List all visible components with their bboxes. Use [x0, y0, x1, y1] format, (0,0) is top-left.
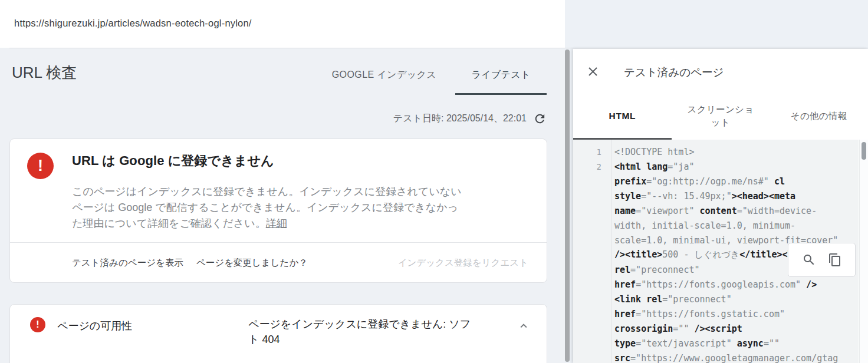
verdict-card: ! URL は Google に登録できません このページはインデックスに登録で…: [9, 138, 547, 283]
verdict-actions: テスト済みのページを表示 ページを変更しましたか？ インデックス登録をリクエスト: [10, 243, 547, 283]
code-row: prefix="og:http://ogp.me/ns#" cl: [573, 174, 859, 189]
code-text: /><title>500 - しぐれづき</title><link: [614, 249, 809, 260]
tab-html[interactable]: HTML: [573, 93, 672, 140]
code-text: type="text/javascript" async="": [614, 338, 780, 349]
code-scrollbar-thumb[interactable]: [862, 142, 866, 160]
code-text: href="https://fonts.googleapis.com" />: [614, 279, 817, 290]
details-link[interactable]: 詳細: [266, 217, 287, 229]
copy-code-button[interactable]: [828, 253, 842, 267]
availability-label: ページの可用性: [57, 319, 132, 333]
code-scrollbar-track: [859, 140, 868, 363]
refresh-icon: [533, 112, 547, 126]
test-meta-row: テスト日時: 2025/05/14、22:01: [393, 112, 547, 126]
tab-live-test[interactable]: ライブテスト: [455, 57, 547, 95]
search-code-button[interactable]: [802, 253, 816, 267]
code-row: style="--vh: 15.49px;"><head><meta: [573, 189, 859, 203]
code-text: prefix="og:http://ogp.me/ns#" cl: [614, 176, 785, 187]
close-icon: [586, 64, 600, 79]
code-text: name="viewport" content="width=device-: [614, 206, 817, 216]
code-text: <link rel="preconnect": [614, 294, 732, 305]
code-row: src="https://www.googletagmanager.com/gt…: [573, 351, 859, 363]
availability-card: ! ページの可用性 ページをインデックスに登録できません: ソフ ト 404: [9, 304, 547, 363]
verdict-line: た理由について詳細をご確認ください。詳細: [72, 216, 462, 232]
code-row: crossorigin="" /><script: [573, 321, 859, 336]
code-row: width, initial-scale=1.0, minimum-: [573, 218, 859, 233]
code-text: width, initial-scale=1.0, minimum-: [614, 220, 795, 231]
code-row: 1<!DOCTYPE html>: [573, 144, 859, 159]
tab-screenshot[interactable]: スクリーンショット: [672, 93, 770, 140]
code-row: 2<html lang="ja": [573, 159, 859, 174]
inspected-url: https://shigurezuki.jp/articles/wadsn-eo…: [14, 18, 252, 29]
left-pane-scrollbar[interactable]: [565, 50, 570, 362]
verdict-description: このページはインデックスに登録できません。インデックスに登録されていない ページ…: [72, 184, 462, 232]
code-text: <html lang="ja": [614, 161, 694, 172]
result-tabs: GOOGLE インデックス ライブテスト: [326, 57, 547, 95]
close-panel-button[interactable]: [586, 64, 600, 79]
error-icon: !: [30, 317, 45, 332]
view-tested-page-button[interactable]: テスト済みのページを表示: [72, 257, 183, 269]
tab-google-index[interactable]: GOOGLE インデックス: [326, 57, 442, 93]
line-number: 2: [573, 162, 611, 171]
code-text: href="https://fonts.gstatic.com": [614, 309, 785, 319]
code-row: <link rel="preconnect": [573, 292, 859, 306]
code-row: name="viewport" content="width=device-: [573, 203, 859, 218]
code-row: href="https://fonts.gstatic.com": [573, 306, 859, 321]
code-row: href="https://fonts.googleapis.com" />: [573, 277, 859, 292]
tab-more-info[interactable]: その他の情報: [770, 93, 868, 140]
error-icon: !: [27, 153, 54, 179]
copy-icon: [828, 253, 842, 267]
code-toolbar: [788, 243, 856, 277]
html-source-viewer: 1<!DOCTYPE html>2<html lang="ja"prefix="…: [573, 140, 859, 363]
verdict-line: このページはインデックスに登録できません。インデックスに登録されていない: [72, 184, 462, 200]
refresh-button[interactable]: [533, 112, 547, 126]
search-icon: [802, 253, 816, 267]
availability-status: ページをインデックスに登録できません: ソフ ト 404: [248, 316, 496, 347]
page-changed-button[interactable]: ページを変更しましたか？: [196, 257, 308, 269]
top-header: https://shigurezuki.jp/articles/wadsn-eo…: [0, 0, 565, 48]
collapse-section-button[interactable]: [517, 319, 530, 332]
code-text: <!DOCTYPE html>: [614, 147, 694, 157]
code-text: style="--vh: 15.49px;"><head><meta: [614, 191, 795, 202]
verdict-line: ページは Google で配信することができません。インデックスに登録できなかっ: [72, 200, 462, 216]
tested-page-panel: テスト済みのページ HTML スクリーンショット その他の情報 1<!DOCTY…: [573, 49, 868, 363]
inspection-pane: URL 検査 GOOGLE インデックス ライブテスト テスト日時: 2025/…: [0, 48, 565, 363]
request-indexing-button[interactable]: インデックス登録をリクエスト: [398, 257, 528, 269]
code-text: crossorigin="" /><script: [614, 324, 742, 334]
panel-tabs: HTML スクリーンショット その他の情報: [573, 93, 868, 140]
code-text: src="https://www.googletagmanager.com/gt…: [614, 353, 838, 363]
code-row: type="text/javascript" async="": [573, 336, 859, 351]
chevron-up-icon: [517, 319, 530, 332]
test-timestamp: テスト日時: 2025/05/14、22:01: [393, 113, 527, 125]
panel-title: テスト済みのページ: [624, 65, 724, 80]
line-number: 1: [573, 147, 611, 157]
page-title: URL 検査: [12, 62, 77, 83]
verdict-title: URL は Google に登録できません: [72, 152, 274, 170]
code-text: rel="preconnect": [614, 265, 700, 275]
